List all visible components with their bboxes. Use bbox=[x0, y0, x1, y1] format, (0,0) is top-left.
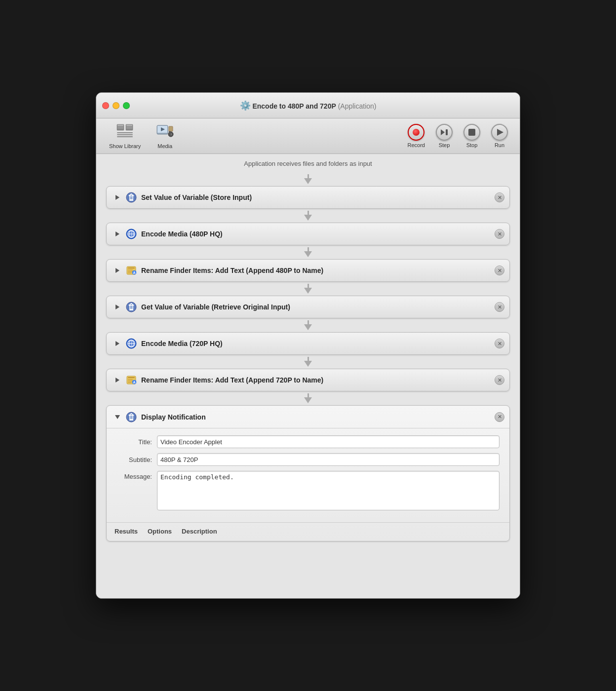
svg-rect-24 bbox=[129, 195, 133, 201]
step5-icon bbox=[125, 338, 137, 349]
step-row-6: A Rename Finder Items: Add Text (Append … bbox=[106, 369, 510, 391]
svg-rect-26 bbox=[130, 197, 133, 198]
form-row-message: Message: Encoding completed. bbox=[116, 471, 500, 510]
step-row-3: A Rename Finder Items: Add Text (Append … bbox=[106, 259, 510, 282]
expand-step1[interactable] bbox=[114, 193, 121, 201]
connector-5 bbox=[106, 355, 510, 369]
step-row-4: Get Value of Variable (Retrieve Original… bbox=[106, 296, 510, 318]
svg-rect-9 bbox=[126, 128, 132, 128]
step-icon bbox=[436, 124, 453, 141]
svg-rect-56 bbox=[128, 377, 135, 378]
message-label: Message: bbox=[116, 471, 152, 480]
svg-rect-4 bbox=[117, 128, 123, 128]
form-row-subtitle: Subtitle: bbox=[116, 453, 500, 466]
connector-1 bbox=[106, 209, 510, 223]
tab-results[interactable]: Results bbox=[115, 527, 138, 536]
step7-close[interactable]: ✕ bbox=[495, 412, 504, 422]
show-library-icon bbox=[116, 123, 134, 142]
tab-options[interactable]: Options bbox=[148, 527, 172, 536]
svg-rect-1 bbox=[117, 125, 123, 126]
maximize-button[interactable] bbox=[123, 102, 130, 109]
run-label: Run bbox=[495, 142, 504, 148]
svg-marker-28 bbox=[304, 215, 312, 221]
svg-rect-21 bbox=[446, 129, 448, 135]
step7-title: Display Notification bbox=[141, 413, 495, 421]
toolbar-left: Show Library Media bbox=[104, 120, 182, 152]
toolbar-right: Record Step Stop bbox=[404, 122, 512, 150]
close-button[interactable] bbox=[102, 102, 109, 109]
step1-icon bbox=[125, 192, 137, 203]
connector-2 bbox=[106, 245, 510, 259]
title-input[interactable] bbox=[157, 435, 500, 448]
title-label: Title: bbox=[116, 438, 152, 446]
step-row-2: Encode Media (480P HQ) ✕ bbox=[106, 223, 510, 245]
step3-title: Rename Finder Items: Add Text (Append 48… bbox=[141, 267, 495, 274]
form-row-title: Title: bbox=[116, 435, 500, 448]
svg-rect-19 bbox=[169, 131, 171, 135]
svg-marker-54 bbox=[304, 361, 312, 367]
expand-step2[interactable] bbox=[114, 230, 121, 238]
svg-rect-10 bbox=[117, 132, 133, 133]
svg-rect-7 bbox=[126, 126, 132, 126]
svg-rect-27 bbox=[130, 198, 133, 199]
connector-4 bbox=[106, 318, 510, 332]
stop-button[interactable]: Stop bbox=[460, 122, 484, 150]
expand-step4[interactable] bbox=[114, 303, 121, 311]
record-icon bbox=[408, 124, 424, 141]
svg-rect-67 bbox=[130, 418, 133, 419]
connector-0 bbox=[106, 172, 510, 186]
svg-rect-6 bbox=[126, 125, 132, 126]
step-row-1: Set Value of Variable (Store Input) ✕ bbox=[106, 186, 510, 209]
step-expanded-7: Display Notification ✕ Title: Subtitle: … bbox=[106, 405, 510, 541]
step7-header: Display Notification ✕ bbox=[107, 406, 509, 428]
media-icon bbox=[156, 123, 174, 142]
expand-step5[interactable] bbox=[114, 340, 121, 347]
run-icon bbox=[491, 124, 508, 141]
svg-rect-2 bbox=[117, 126, 123, 126]
subtitle-label: Subtitle: bbox=[116, 456, 152, 463]
step4-close[interactable]: ✕ bbox=[495, 302, 504, 312]
svg-marker-34 bbox=[304, 251, 312, 257]
message-input[interactable]: Encoding completed. bbox=[157, 471, 500, 510]
tab-description[interactable]: Description bbox=[182, 527, 217, 536]
svg-rect-25 bbox=[130, 196, 133, 197]
show-library-button[interactable]: Show Library bbox=[104, 120, 146, 152]
step5-close[interactable]: ✕ bbox=[495, 339, 504, 348]
step3-close[interactable]: ✕ bbox=[495, 266, 504, 275]
media-button[interactable]: Media bbox=[148, 120, 182, 152]
step7-icon bbox=[125, 411, 137, 423]
svg-marker-22 bbox=[304, 178, 312, 184]
record-label: Record bbox=[408, 142, 425, 148]
window-title: ⚙️ Encode to 480P and 720P (Application) bbox=[240, 100, 377, 111]
svg-rect-3 bbox=[117, 127, 123, 127]
svg-rect-37 bbox=[128, 269, 133, 270]
svg-rect-47 bbox=[130, 308, 133, 308]
step2-icon bbox=[125, 228, 137, 240]
svg-rect-44 bbox=[129, 305, 133, 310]
svg-rect-11 bbox=[117, 134, 133, 135]
step4-icon bbox=[125, 301, 137, 313]
svg-rect-12 bbox=[117, 136, 133, 137]
step-button[interactable]: Step bbox=[432, 122, 457, 150]
step1-close[interactable]: ✕ bbox=[495, 192, 504, 202]
expand-step6[interactable] bbox=[114, 376, 121, 384]
record-button[interactable]: Record bbox=[404, 122, 429, 150]
expand-step3[interactable] bbox=[114, 267, 121, 274]
step1-title: Set Value of Variable (Store Input) bbox=[141, 193, 495, 201]
svg-rect-8 bbox=[126, 127, 132, 127]
svg-rect-39 bbox=[128, 272, 132, 273]
minimize-button[interactable] bbox=[113, 102, 119, 109]
run-button[interactable]: Run bbox=[487, 122, 512, 150]
step6-icon: A bbox=[125, 374, 137, 386]
step6-title: Rename Finder Items: Add Text (Append 72… bbox=[141, 376, 495, 384]
svg-rect-64 bbox=[129, 415, 133, 421]
step-row-5: Encode Media (720P HQ) ✕ bbox=[106, 332, 510, 355]
step6-close[interactable]: ✕ bbox=[495, 375, 504, 385]
stop-label: Stop bbox=[466, 142, 478, 148]
step2-close[interactable]: ✕ bbox=[495, 229, 504, 239]
svg-marker-42 bbox=[304, 288, 312, 294]
svg-text:A: A bbox=[133, 271, 135, 274]
expand-step7[interactable] bbox=[114, 413, 121, 421]
svg-rect-45 bbox=[130, 306, 133, 307]
subtitle-input[interactable] bbox=[157, 453, 500, 466]
